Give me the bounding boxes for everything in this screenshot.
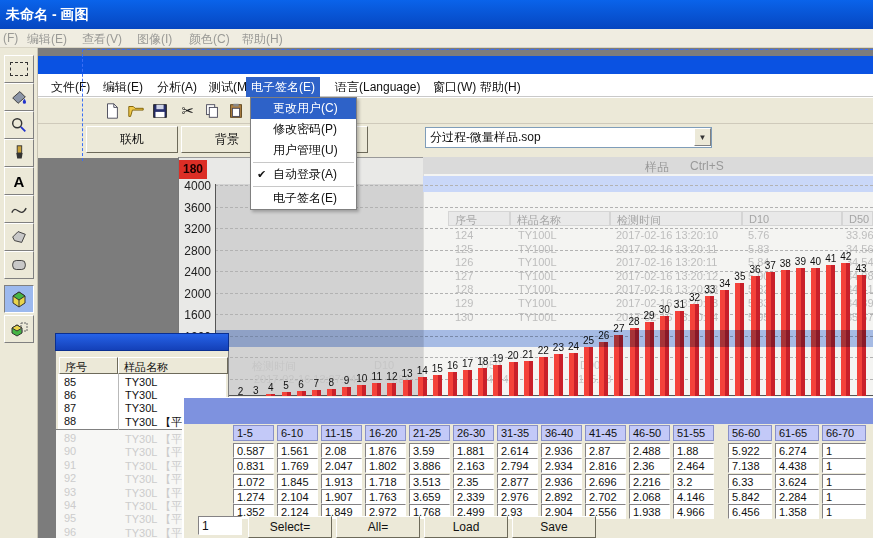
result-cell[interactable]: 1.072 [233,474,274,489]
result-cell[interactable]: 1.938 [629,504,670,519]
app-menu-6[interactable]: 语言(Language) [330,77,425,98]
result-cell[interactable]: 1.907 [321,489,362,504]
result-cell[interactable]: 2.047 [321,458,362,473]
tool-polygon[interactable] [4,223,34,251]
result-cell[interactable]: 1 [822,489,866,504]
app-menu-3[interactable]: 分析(A) [152,77,202,98]
result-cell[interactable]: 2.87 [585,443,626,458]
toolbar-paste-button[interactable] [226,101,246,121]
result-cell[interactable]: 2.936 [541,474,582,489]
paint-menu-item[interactable]: 帮助(H) [242,31,283,48]
paint-menu-item[interactable]: 图像(I) [137,31,172,48]
result-cell[interactable]: 4.146 [673,489,714,504]
tool-magnifier[interactable] [4,111,34,139]
toolbar-save-button[interactable] [150,101,170,121]
result-cell[interactable]: 2.36 [629,458,670,473]
sop-file-combobox[interactable]: 分过程-微量样品.sop [425,127,712,148]
app-menu-1[interactable]: 文件(F) [46,77,95,98]
paint-menu-item[interactable]: 查看(V) [82,31,122,48]
tool-fill-bucket[interactable] [4,83,34,111]
mode-button-1[interactable]: 联机 [86,126,178,153]
tool-marquee-select[interactable] [4,55,34,83]
result-cell[interactable]: 2.934 [541,458,582,473]
result-cell[interactable]: 0.831 [233,458,274,473]
toolbar-new-file-button[interactable] [102,101,122,121]
grid-button-select[interactable]: Select= [248,516,332,538]
tool-curve[interactable] [4,195,34,223]
paint-menu-item[interactable]: 编辑(E) [27,31,67,48]
menu-item-5[interactable]: ✔自动登录(A) [251,164,356,185]
result-cell[interactable]: 3.624 [775,474,819,489]
tool-text[interactable]: A [4,167,34,195]
result-cell[interactable]: 6.456 [728,504,772,519]
result-cell[interactable]: 2.794 [497,458,538,473]
result-cell[interactable]: 2.08 [321,443,362,458]
results-window-titlebar[interactable] [184,398,873,424]
result-cell[interactable]: 1 [822,443,866,458]
result-cell[interactable]: 1.876 [365,443,406,458]
result-cell[interactable]: 1 [822,458,866,473]
result-cell[interactable]: 1.358 [775,504,819,519]
result-cell[interactable]: 2.104 [277,489,318,504]
combobox-dropdown-arrow-icon[interactable]: ▼ [694,128,711,146]
tool-brush[interactable] [4,139,34,167]
toolbar-open-folder-button[interactable] [126,101,146,121]
result-cell[interactable]: 2.816 [585,458,626,473]
result-cell[interactable]: 2.976 [497,489,538,504]
menu-item-2[interactable]: 修改密码(P) [251,119,356,140]
result-cell[interactable]: 2.284 [775,489,819,504]
result-cell[interactable]: 0.587 [233,443,274,458]
result-cell[interactable]: 2.892 [541,489,582,504]
result-cell[interactable]: 6.274 [775,443,819,458]
paint-menu-item[interactable]: 颜色(C) [189,31,230,48]
tool-cube-3d[interactable] [4,285,34,313]
toolbar-copy-button[interactable] [202,101,222,121]
result-cell[interactable]: 2.35 [453,474,494,489]
result-cell[interactable]: 3.659 [409,489,450,504]
result-cell[interactable]: 2.464 [673,458,714,473]
selection-border-top[interactable] [82,49,873,50]
result-cell[interactable]: 1.763 [365,489,406,504]
result-cell[interactable]: 4.438 [775,458,819,473]
app-menu-7[interactable]: 窗口(W) [428,77,481,98]
result-cell[interactable]: 2.488 [629,443,670,458]
result-cell[interactable]: 3.59 [409,443,450,458]
tool-rounded-rectangle[interactable] [4,251,34,279]
app-menu-5[interactable]: 电子签名(E) [246,77,320,98]
result-cell[interactable]: 5.842 [728,489,772,504]
result-cell[interactable]: 2.163 [453,458,494,473]
result-cell[interactable]: 1.561 [277,443,318,458]
result-cell[interactable]: 1.802 [365,458,406,473]
grid-button-save[interactable]: Save [512,516,596,538]
menu-item-7[interactable]: 电子签名(E) [251,188,356,209]
result-cell[interactable]: 2.068 [629,489,670,504]
result-cell[interactable]: 3.2 [673,474,714,489]
result-cell[interactable]: 2.696 [585,474,626,489]
toolbar-cut-button[interactable]: ✂ [178,101,198,121]
result-cell[interactable]: 5.922 [728,443,772,458]
menu-item-3[interactable]: 用户管理(U) [251,140,356,161]
grid-button-all[interactable]: All= [336,516,420,538]
result-cell[interactable]: 4.966 [673,504,714,519]
sample-window-titlebar[interactable] [55,333,229,351]
result-cell[interactable]: 7.138 [728,458,772,473]
result-cell[interactable]: 1.881 [453,443,494,458]
menu-item-1[interactable]: 更改用户(C) [251,98,356,119]
result-cell[interactable]: 1 [822,474,866,489]
tool-cube-fill[interactable] [4,315,34,343]
result-cell[interactable]: 2.877 [497,474,538,489]
result-cell[interactable]: 3.513 [409,474,450,489]
result-cell[interactable]: 1.845 [277,474,318,489]
result-cell[interactable]: 2.216 [629,474,670,489]
result-cell[interactable]: 2.702 [585,489,626,504]
result-cell[interactable]: 1.88 [673,443,714,458]
result-cell[interactable]: 6.33 [728,474,772,489]
paint-menu-item[interactable]: (F) [3,31,18,45]
app-menu-8[interactable]: 帮助(H) [475,77,526,98]
app-menu-2[interactable]: 编辑(E) [98,77,148,98]
result-cell[interactable]: 1.718 [365,474,406,489]
row-count-input[interactable]: 1 [198,516,242,535]
result-cell[interactable]: 2.936 [541,443,582,458]
result-cell[interactable]: 2.614 [497,443,538,458]
result-cell[interactable]: 1.913 [321,474,362,489]
